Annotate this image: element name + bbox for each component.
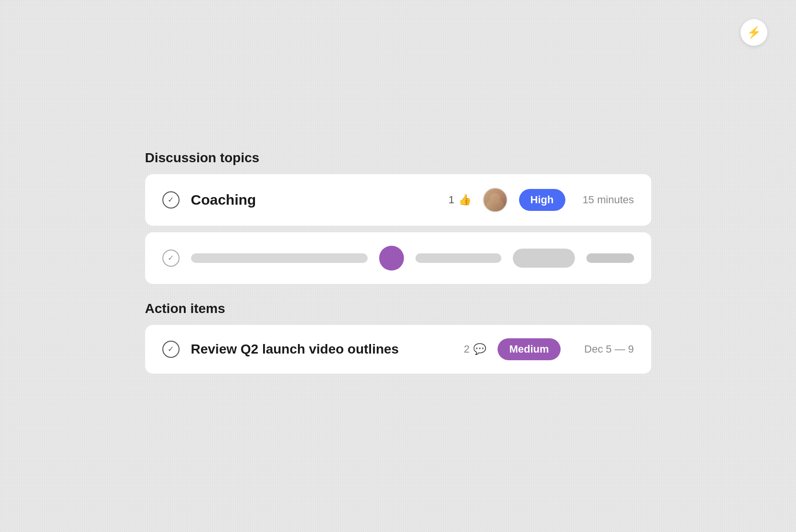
coaching-topic-name: Coaching — [191, 192, 437, 208]
avatar — [483, 188, 508, 212]
redacted-duration — [586, 253, 634, 263]
coaching-like-group[interactable]: 1 👍 — [448, 194, 471, 206]
thumbsup-icon[interactable]: 👍 — [458, 194, 471, 206]
redacted-title-bar — [191, 253, 368, 263]
redacted-avatar — [379, 246, 404, 271]
review-q2-title: Review Q2 launch video outlines — [191, 342, 453, 357]
coaching-check-icon[interactable]: ✓ — [162, 191, 180, 209]
coaching-like-count: 1 — [448, 194, 454, 206]
review-q2-comments[interactable]: 2 💬 — [464, 343, 486, 355]
lightning-icon: ⚡ — [747, 26, 761, 39]
coaching-duration: 15 minutes — [577, 194, 634, 206]
action-items-title: Action items — [145, 301, 651, 316]
checkmark-icon-3: ✓ — [168, 344, 174, 354]
comment-icon: 💬 — [473, 343, 486, 355]
checkmark-icon-2: ✓ — [168, 253, 174, 262]
redacted-check-icon[interactable]: ✓ — [162, 250, 180, 267]
coaching-priority-badge: High — [519, 189, 565, 211]
redacted-badge — [513, 249, 575, 268]
checkmark-icon: ✓ — [168, 195, 174, 204]
review-q2-check-icon[interactable]: ✓ — [162, 341, 180, 358]
discussion-topics-section: Discussion topics ✓ Coaching 1 👍 High 15… — [145, 150, 651, 284]
action-items-section: Action items ✓ Review Q2 launch video ou… — [145, 301, 651, 374]
review-q2-priority-badge: Medium — [498, 338, 560, 360]
redacted-topic-card: ✓ — [145, 232, 651, 284]
main-content: Discussion topics ✓ Coaching 1 👍 High 15… — [145, 150, 651, 382]
lightning-button[interactable]: ⚡ — [741, 19, 767, 46]
discussion-topics-title: Discussion topics — [145, 150, 651, 166]
coaching-topic-card[interactable]: ✓ Coaching 1 👍 High 15 minutes — [145, 174, 651, 226]
review-q2-action-card[interactable]: ✓ Review Q2 launch video outlines 2 💬 Me… — [145, 325, 651, 374]
review-q2-date-range: Dec 5 — 9 — [572, 343, 634, 355]
review-q2-comment-count: 2 — [464, 343, 469, 355]
redacted-priority-bar — [415, 253, 501, 263]
